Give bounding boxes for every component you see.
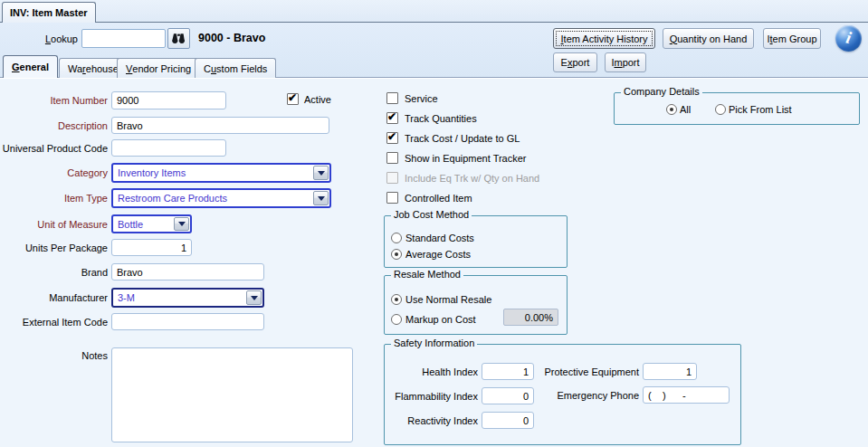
- chevron-down-icon[interactable]: [313, 166, 329, 180]
- current-item-title: 9000 - Bravo: [198, 32, 265, 44]
- controlled-item-checkbox[interactable]: [386, 192, 398, 204]
- protective-equipment-label: Protective Equipment: [496, 363, 639, 380]
- flammability-index-label: Flammability Index: [384, 387, 478, 404]
- use-normal-resale-radio[interactable]: [391, 294, 402, 305]
- chevron-down-icon[interactable]: [313, 191, 329, 205]
- health-index-label: Health Index: [384, 363, 478, 380]
- track-quantities-label: Track Quantities: [405, 111, 477, 125]
- manufacturer-label: Manufacturer: [0, 288, 108, 308]
- unit-of-measure-dropdown[interactable]: Bottle: [111, 214, 192, 233]
- show-in-equipment-tracker-checkbox[interactable]: [386, 152, 398, 164]
- track-quantities-checkbox[interactable]: [386, 112, 398, 124]
- upc-label: Universal Product Code: [0, 139, 108, 157]
- manufacturer-dropdown[interactable]: 3-M: [111, 288, 264, 308]
- lookup-input[interactable]: [81, 29, 166, 48]
- tab-general[interactable]: General: [3, 55, 58, 78]
- lookup-label: Lookup: [13, 29, 78, 48]
- reactivity-index-field[interactable]: 0: [482, 412, 534, 429]
- brand-label: Brand: [0, 263, 108, 281]
- chevron-down-icon[interactable]: [246, 290, 262, 305]
- markup-percent-field: 0.00%: [503, 309, 558, 326]
- upc-field[interactable]: [111, 139, 226, 157]
- average-costs-label: Average Costs: [405, 248, 471, 261]
- unit-of-measure-value: Bottle: [118, 216, 172, 232]
- tab-vendor-pricing[interactable]: Vendor Pricing: [117, 58, 200, 78]
- import-button[interactable]: Import: [605, 52, 646, 72]
- company-details-title: Company Details: [621, 86, 702, 97]
- reactivity-index-label: Reactivity Index: [384, 412, 478, 429]
- track-cost-checkbox[interactable]: [386, 132, 398, 144]
- window-tab-item-master[interactable]: INV: Item Master: [2, 2, 96, 23]
- binoculars-icon: [171, 32, 186, 45]
- company-all-label: All: [680, 103, 691, 116]
- notes-field[interactable]: [111, 347, 353, 442]
- info-icon[interactable]: i: [835, 25, 862, 52]
- show-in-equipment-tracker-label: Show in Equipment Tracker: [405, 151, 527, 165]
- units-per-package-label: Units Per Package: [0, 239, 108, 256]
- item-master-window: INV: Item Master Lookup 9000 - Bravo Ite…: [0, 0, 868, 447]
- item-activity-history-button[interactable]: Item Activity History: [553, 28, 655, 49]
- export-button[interactable]: Export: [553, 52, 597, 72]
- manufacturer-value: 3-M: [118, 290, 244, 306]
- category-value: Inventory Items: [118, 165, 311, 181]
- markup-on-cost-label: Markup on Cost: [405, 313, 476, 326]
- units-per-package-field[interactable]: 1: [111, 239, 192, 256]
- item-type-dropdown[interactable]: Restroom Care Products: [111, 188, 331, 208]
- item-group-button[interactable]: Item Group: [763, 28, 821, 49]
- item-type-value: Restroom Care Products: [118, 190, 311, 206]
- service-checkbox[interactable]: [386, 92, 398, 104]
- active-checkbox[interactable]: [287, 93, 299, 105]
- service-label: Service: [405, 91, 438, 105]
- item-number-label: Item Number: [0, 91, 108, 109]
- unit-of-measure-label: Unit of Measure: [0, 214, 108, 233]
- track-cost-label: Track Cost / Update to GL: [405, 131, 520, 145]
- external-item-code-label: External Item Code: [0, 313, 108, 330]
- include-eq-trk-label: Include Eq Trk w/ Qty on Hand: [405, 171, 539, 185]
- standard-costs-label: Standard Costs: [405, 232, 474, 244]
- markup-on-cost-radio[interactable]: [391, 314, 402, 325]
- company-all-radio[interactable]: [666, 104, 677, 115]
- average-costs-radio[interactable]: [391, 249, 402, 260]
- external-item-code-field[interactable]: [111, 313, 264, 330]
- tab-custom-fields[interactable]: Custom Fields: [195, 58, 276, 78]
- window-tab-label: INV: Item Master: [10, 7, 88, 18]
- quantity-on-hand-button[interactable]: Quantity on Hand: [663, 28, 754, 49]
- standard-costs-radio[interactable]: [391, 233, 402, 243]
- include-eq-trk-checkbox: [386, 172, 398, 184]
- chevron-down-icon[interactable]: [174, 217, 189, 231]
- description-label: Description: [0, 117, 108, 134]
- emergency-phone-field[interactable]: ( ) -: [643, 386, 730, 404]
- description-field[interactable]: Bravo: [111, 117, 329, 134]
- category-label: Category: [0, 163, 108, 183]
- notes-label: Notes: [0, 348, 108, 362]
- safety-information-title: Safety Information: [391, 338, 477, 348]
- lookup-search-button[interactable]: [167, 28, 190, 49]
- controlled-item-label: Controlled Item: [405, 191, 472, 204]
- item-type-label: Item Type: [0, 188, 108, 208]
- item-number-field[interactable]: 9000: [111, 91, 226, 109]
- protective-equipment-field[interactable]: 1: [643, 363, 697, 380]
- window-tab-strip: [0, 0, 868, 22]
- job-cost-method-title: Job Cost Method: [391, 209, 472, 220]
- resale-method-title: Resale Method: [391, 269, 463, 280]
- emergency-phone-label: Emergency Phone: [496, 386, 639, 404]
- pick-from-list-label: Pick From List: [729, 103, 792, 116]
- brand-field[interactable]: Bravo: [111, 263, 264, 281]
- active-label: Active: [304, 92, 331, 106]
- category-dropdown[interactable]: Inventory Items: [111, 163, 331, 183]
- pick-from-list-radio[interactable]: [715, 104, 726, 115]
- use-normal-resale-label: Use Normal Resale: [405, 293, 491, 306]
